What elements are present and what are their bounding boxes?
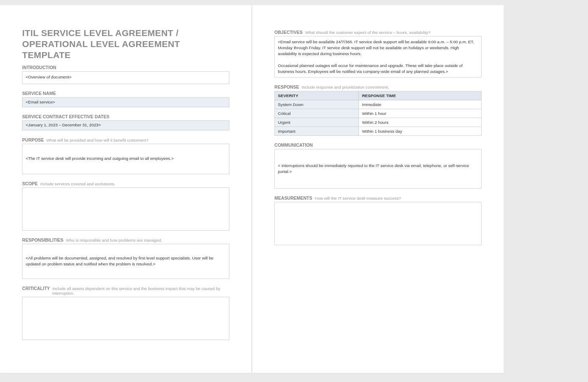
- heading-dates: SERVICE CONTRACT EFFECTIVE DATES: [22, 114, 229, 119]
- response-table: SEVERITY RESPONSE TIME System Down Immed…: [274, 91, 481, 136]
- heading-scope: SCOPE Include services covered and exclu…: [22, 181, 229, 186]
- field-objectives[interactable]: <Email service will be available 24/7/36…: [274, 36, 481, 78]
- heading-service-name: SERVICE NAME: [22, 91, 229, 96]
- document-title: ITIL SERVICE LEVEL AGREEMENT / OPERATION…: [22, 27, 229, 61]
- heading-response: RESPONSE Include response and prioritiza…: [274, 85, 481, 90]
- page-2: OBJECTIVES What should the customer expe…: [252, 5, 504, 373]
- heading-introduction: INTRODUCTION: [22, 65, 229, 70]
- field-responsibilities[interactable]: <All problems will be documented, assign…: [22, 244, 229, 279]
- heading-criticality: CRITICALITY Include all assets dependent…: [22, 286, 229, 296]
- workspace: ITIL SERVICE LEVEL AGREEMENT / OPERATION…: [0, 5, 588, 373]
- table-row: Critical Within 1 hour: [274, 109, 481, 118]
- field-purpose[interactable]: <The IT service desk will provide incomi…: [22, 144, 229, 174]
- heading-communication: COMMUNICATION: [274, 143, 481, 148]
- field-introduction[interactable]: <Overview of document>: [22, 71, 229, 84]
- field-service-name[interactable]: <Email service>: [22, 98, 229, 107]
- field-dates[interactable]: <January 1, 2023 – December 31, 2023>: [22, 120, 229, 130]
- table-row: Important Within 1 business day: [274, 127, 481, 136]
- page-1: ITIL SERVICE LEVEL AGREEMENT / OPERATION…: [0, 5, 251, 373]
- heading-objectives: OBJECTIVES What should the customer expe…: [274, 30, 481, 35]
- table-row: System Down Immediate: [274, 100, 481, 109]
- table-row: Urgent Within 2 hours: [274, 118, 481, 127]
- field-communication[interactable]: < Interruptions should be immediately re…: [274, 149, 481, 189]
- field-scope[interactable]: [22, 187, 229, 231]
- heading-purpose: PURPOSE What will be provided and how wi…: [22, 137, 229, 142]
- col-severity: SEVERITY: [274, 91, 358, 100]
- field-measurements[interactable]: [274, 202, 481, 245]
- col-response-time: RESPONSE TIME: [359, 91, 481, 100]
- heading-measurements: MEASUREMENTS How will the IT service des…: [274, 196, 481, 201]
- field-criticality[interactable]: [22, 297, 229, 340]
- heading-responsibilities: RESPONSIBILITIES Who is responsible and …: [22, 237, 229, 243]
